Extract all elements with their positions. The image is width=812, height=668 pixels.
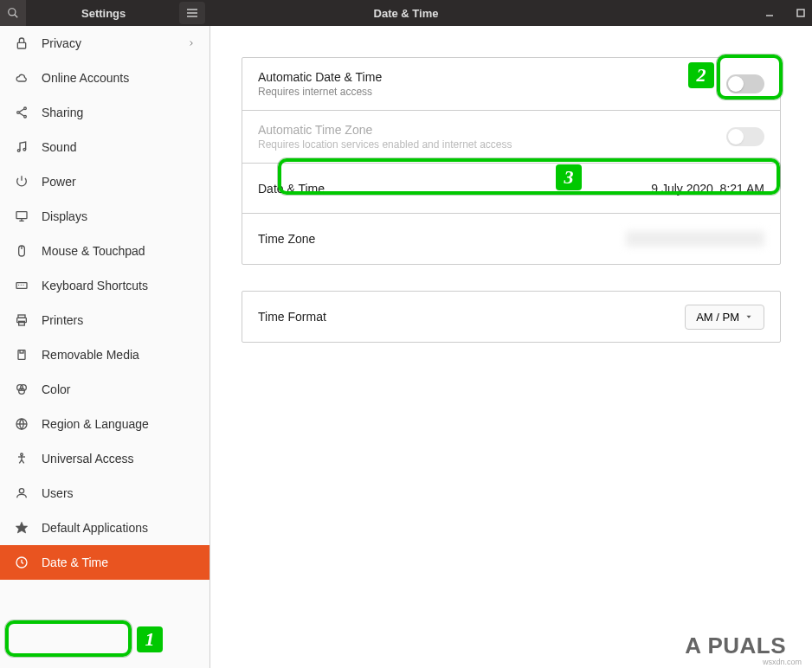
auto-datetime-row[interactable]: Automatic Date & Time Requires internet … [242,58,780,111]
page-title: Date & Time [374,7,439,20]
auto-datetime-title: Automatic Date & Time [258,70,382,84]
auto-timezone-row: Automatic Time Zone Requires location se… [242,111,780,164]
sidebar-item-keyboard[interactable]: Keyboard Shortcuts [0,268,209,303]
svg-rect-7 [17,42,25,48]
sidebar-item-region[interactable]: Region & Language [0,407,209,441]
power-icon [14,175,29,189]
svg-point-32 [19,389,25,395]
sidebar-item-label: Mouse & Touchpad [42,244,145,258]
watermark-sub: wsxdn.com [763,658,802,666]
sidebar-item-online-accounts[interactable]: Online Accounts [0,61,209,95]
auto-datetime-toggle[interactable] [726,74,764,93]
svg-line-12 [19,113,23,116]
sidebar-item-universal-access[interactable]: Universal Access [0,441,209,476]
sidebar-item-label: Keyboard Shortcuts [42,279,148,292]
window-controls [765,9,805,17]
sidebar-item-label: Sharing [42,106,83,119]
sidebar-item-label: Online Accounts [42,71,129,85]
svg-rect-16 [16,212,27,219]
svg-point-13 [17,150,20,152]
svg-marker-43 [747,316,751,318]
menu-button[interactable] [179,2,205,24]
sidebar-item-label: Sound [42,140,76,154]
timezone-row[interactable]: Time Zone [242,214,780,264]
display-icon [14,209,29,223]
sidebar-item-label: Color [42,382,70,396]
svg-rect-29 [20,350,23,353]
sidebar-item-label: Region & Language [42,417,149,431]
svg-line-1 [15,15,18,18]
svg-point-14 [23,148,26,151]
minimize-icon [765,9,774,17]
sidebar-item-displays[interactable]: Displays [0,199,209,234]
svg-rect-6 [797,10,804,16]
svg-point-8 [24,107,27,110]
datetime-title: Date & Time [258,182,325,196]
sidebar-item-sound[interactable]: Sound [0,130,209,164]
svg-point-35 [21,453,23,456]
music-icon [14,140,29,154]
sidebar-item-removable-media[interactable]: Removable Media [0,337,209,372]
sidebar-item-label: Universal Access [42,452,134,466]
mouse-icon [14,244,29,258]
keyboard-icon [14,279,29,292]
clock-icon [14,556,29,569]
timezone-title: Time Zone [258,232,315,246]
chevron-down-icon [744,312,753,321]
sidebar-item-printers[interactable]: Printers [0,303,209,337]
sidebar-item-date-time[interactable]: Date & Time [0,545,209,580]
search-icon [7,7,19,19]
sidebar-item-label: Users [42,486,74,500]
maximize-icon [796,9,805,17]
timezone-value [626,231,764,247]
sidebar-item-label: Removable Media [42,348,139,362]
printer-icon [14,313,29,327]
sidebar-item-label: Default Applications [42,521,148,535]
sidebar-item-power[interactable]: Power [0,164,209,199]
main-container: Privacy Online Accounts Sharing Sound Po… [0,26,812,668]
color-icon [14,382,29,396]
share-icon [14,106,29,119]
timeformat-row: Time Format AM / PM [242,292,780,342]
minimize-button[interactable] [765,9,774,17]
timeformat-select[interactable]: AM / PM [685,305,764,330]
svg-line-11 [19,109,23,112]
auto-timezone-sub: Requires location services enabled and i… [258,138,512,151]
row-text: Automatic Date & Time Requires internet … [258,70,382,98]
svg-line-39 [22,459,24,463]
accessibility-icon [14,452,29,466]
row-text: Automatic Time Zone Requires location se… [258,123,512,151]
star-icon [14,521,29,535]
sidebar-item-label: Displays [42,209,87,223]
sidebar-item-users[interactable]: Users [0,476,209,511]
sidebar-item-label: Power [42,175,76,189]
chevron-right-icon [187,39,196,48]
sidebar-item-mouse[interactable]: Mouse & Touchpad [0,234,209,268]
timeformat-value: AM / PM [696,311,739,324]
svg-point-0 [9,9,16,16]
datetime-panel: Automatic Date & Time Requires internet … [242,57,781,265]
sidebar-item-default-apps[interactable]: Default Applications [0,511,209,545]
sidebar-item-label: Privacy [42,36,81,50]
maximize-button[interactable] [796,9,805,17]
auto-timezone-title: Automatic Time Zone [258,123,512,137]
sidebar-item-label: Date & Time [42,556,108,569]
svg-point-10 [24,115,27,118]
format-panel: Time Format AM / PM [242,291,781,343]
datetime-row[interactable]: Date & Time 9 July 2020, 8:21 AM [242,164,780,214]
lock-icon [14,36,29,50]
sidebar-item-privacy[interactable]: Privacy [0,26,209,61]
sidebar-item-color[interactable]: Color [0,372,209,407]
svg-rect-21 [16,283,27,289]
search-button[interactable] [0,0,26,26]
sidebar-item-sharing[interactable]: Sharing [0,95,209,130]
globe-icon [14,417,29,431]
user-icon [14,486,29,500]
titlebar-left: Settings [0,0,210,26]
svg-rect-28 [18,350,25,360]
cloud-icon [14,71,29,85]
watermark: A PUALS [685,633,786,659]
sidebar-item-label: Printers [42,313,83,327]
datetime-value: 9 July 2020, 8:21 AM [651,182,764,196]
svg-marker-41 [16,522,27,533]
